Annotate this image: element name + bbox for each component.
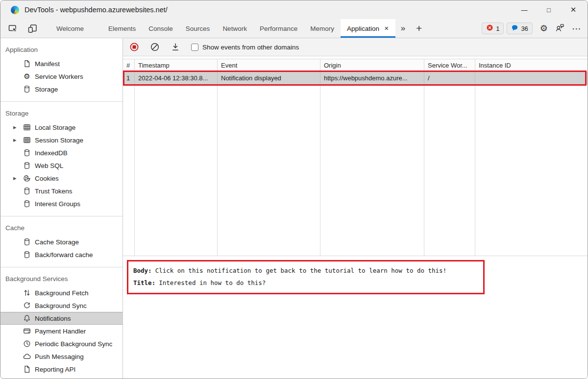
sidebar-item-label: Trust Tokens — [35, 188, 73, 195]
customize-more-icon[interactable]: ⋯ — [572, 24, 582, 33]
database-icon — [23, 85, 31, 93]
sidebar-item-periodic-background-sync[interactable]: Periodic Background Sync — [0, 337, 122, 350]
cloud-icon — [23, 353, 31, 360]
column-header-instance-id[interactable]: Instance ID — [475, 59, 588, 72]
application-sidebar: ApplicationManifest⚙Service WorkersStora… — [0, 38, 123, 379]
table-cell[interactable]: 1 — [123, 72, 135, 85]
issues-count-badge[interactable]: 36 — [507, 23, 532, 34]
database-icon — [23, 251, 31, 259]
more-tools-plus-icon[interactable]: + — [411, 23, 427, 34]
tab-welcome[interactable]: Welcome — [50, 19, 90, 38]
database-icon — [23, 162, 31, 169]
table-grid-icon — [23, 123, 31, 131]
settings-gear-icon[interactable]: ⚙ — [540, 24, 548, 33]
sidebar-item-background-fetch[interactable]: Background Fetch — [0, 286, 122, 299]
sync-icon — [23, 302, 31, 309]
inspect-element-icon[interactable] — [7, 23, 19, 34]
sidebar-item-cache-storage[interactable]: Cache Storage — [0, 236, 122, 248]
title-bar: DevTools - webpushdemo.azurewebsites.net… — [0, 0, 588, 19]
detail-field-label: Title: — [133, 279, 155, 286]
sidebar-item-label: Service Workers — [35, 73, 83, 80]
detail-field-title: Title:Interested in how to do this? — [133, 277, 478, 289]
sidebar-item-notifications[interactable]: Notifications — [0, 312, 122, 325]
device-emulation-icon[interactable] — [26, 23, 38, 34]
tab-performance[interactable]: Performance — [253, 19, 304, 38]
sidebar-item-label: Manifest — [35, 60, 60, 68]
table-cell[interactable]: https://webpushdemo.azure... — [320, 72, 424, 85]
tab-sources[interactable]: Sources — [179, 19, 217, 38]
close-window-button[interactable]: ✕ — [561, 0, 586, 19]
detail-field-body: Body:Click on this notification to get b… — [133, 264, 478, 277]
sidebar-item-label: Background Sync — [35, 302, 87, 309]
sidebar-item-payment-handler[interactable]: Payment Handler — [0, 325, 122, 337]
page-icon — [23, 60, 31, 68]
column-header-origin[interactable]: Origin — [320, 59, 424, 72]
tab-bar-right-cluster: 136 ⚙ ⋯ — [482, 23, 582, 34]
error-count-badge[interactable]: 1 — [482, 23, 504, 34]
sidebar-item-manifest[interactable]: Manifest — [0, 57, 122, 70]
tab-label: Application — [347, 25, 379, 32]
column-header-service-wor[interactable]: Service Wor... — [424, 59, 475, 72]
table-filler-column — [475, 85, 588, 256]
badge-count: 36 — [521, 25, 528, 32]
expander-icon[interactable]: ▶ — [13, 138, 23, 142]
sidebar-item-trust-tokens[interactable]: Trust Tokens — [0, 185, 122, 197]
sidebar-item-local-storage[interactable]: ▶Local Storage — [0, 121, 122, 134]
message-badge-icon — [511, 24, 518, 33]
show-events-checkbox-label: Show events from other domains — [202, 44, 299, 51]
more-tabs-chevron-icon[interactable]: » — [395, 24, 411, 33]
sidebar-item-label: Back/forward cache — [35, 251, 93, 259]
show-events-checkbox[interactable] — [191, 44, 198, 51]
minimize-button[interactable]: — — [512, 0, 537, 19]
table-cell[interactable]: / — [424, 72, 475, 85]
badge-count: 1 — [496, 25, 499, 32]
record-button[interactable] — [129, 42, 139, 52]
expander-icon[interactable]: ▶ — [13, 125, 23, 130]
database-icon — [23, 149, 31, 157]
clear-button[interactable] — [150, 42, 160, 52]
tab-network[interactable]: Network — [216, 19, 253, 38]
column-header-[interactable]: # — [123, 59, 135, 72]
database-icon — [23, 200, 31, 208]
sidebar-item-web-sql[interactable]: Web SQL — [0, 159, 122, 172]
sidebar-item-interest-groups[interactable]: Interest Groups — [0, 197, 122, 210]
tab-label: Welcome — [56, 25, 84, 32]
sidebar-item-background-sync[interactable]: Background Sync — [0, 299, 122, 312]
expander-icon[interactable]: ▶ — [13, 176, 23, 181]
page-icon — [23, 365, 31, 373]
sidebar-item-reporting-api[interactable]: Reporting API — [0, 363, 122, 376]
column-header-event[interactable]: Event — [218, 59, 320, 72]
events-toolbar: Show events from other domains — [123, 38, 588, 56]
sidebar-item-service-workers[interactable]: ⚙Service Workers — [0, 70, 122, 83]
table-filler-column — [218, 85, 320, 256]
detail-field-value: Click on this notification to get back t… — [155, 267, 447, 274]
sidebar-item-cookies[interactable]: ▶Cookies — [0, 172, 122, 185]
tab-memory[interactable]: Memory — [304, 19, 341, 38]
sidebar-item-label: Interest Groups — [35, 200, 80, 208]
close-tab-icon[interactable]: ✕ — [384, 25, 389, 32]
feedback-icon[interactable] — [555, 23, 564, 34]
table-cell[interactable]: 2022-04-06 12:38:30.8... — [135, 72, 218, 85]
sidebar-item-label: Reporting API — [35, 366, 75, 373]
annotation-details-highlight: Body:Click on this notification to get b… — [127, 260, 485, 294]
tab-console[interactable]: Console — [142, 19, 179, 38]
sidebar-item-label: Payment Handler — [35, 328, 86, 335]
badge-group: 136 — [482, 23, 533, 34]
sidebar-item-push-messaging[interactable]: Push Messaging — [0, 350, 122, 363]
sidebar-item-label: IndexedDB — [35, 149, 68, 157]
table-cell[interactable] — [475, 72, 588, 85]
maximize-button[interactable]: □ — [537, 0, 561, 19]
tab-application[interactable]: Application✕ — [341, 19, 395, 38]
column-header-timestamp[interactable]: Timestamp — [135, 59, 218, 72]
save-events-button[interactable] — [171, 42, 180, 52]
sidebar-section-cache: CacheCache StorageBack/forward cache — [0, 216, 122, 267]
table-cell[interactable]: Notification displayed — [218, 72, 320, 85]
sidebar-item-label: Cookies — [35, 175, 59, 182]
tab-elements[interactable]: Elements — [102, 19, 142, 38]
sidebar-item-session-storage[interactable]: ▶Session Storage — [0, 134, 122, 146]
sidebar-item-indexeddb[interactable]: IndexedDB — [0, 146, 122, 159]
edge-logo-icon — [11, 6, 19, 14]
sidebar-item-back-forward-cache[interactable]: Back/forward cache — [0, 248, 122, 261]
sidebar-section-title: Background Services — [0, 271, 122, 286]
sidebar-item-storage[interactable]: Storage — [0, 83, 122, 95]
